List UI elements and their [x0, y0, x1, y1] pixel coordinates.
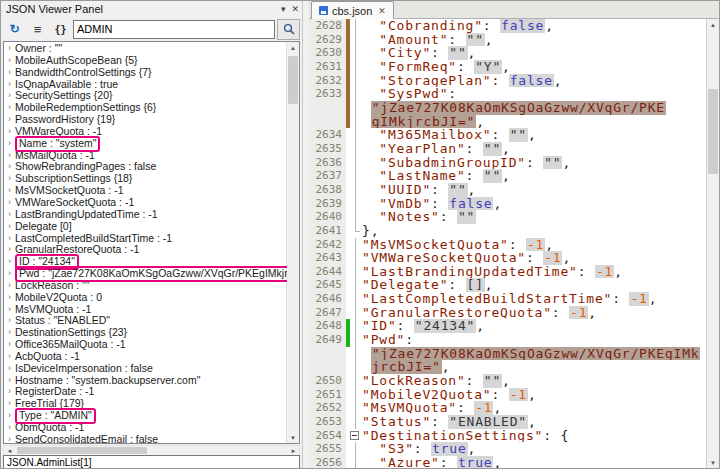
compress-button[interactable]: {}: [50, 19, 71, 40]
line-number: 2634: [309, 128, 346, 142]
code-text: "Azure": true,: [362, 456, 706, 468]
expand-arrow-icon[interactable]: ›: [4, 126, 15, 138]
expand-arrow-icon[interactable]: ›: [4, 304, 15, 316]
code-token: ,: [528, 388, 537, 402]
tab-cbs-json[interactable]: cbs.json ✕: [311, 1, 394, 19]
code-token: :: [431, 197, 448, 211]
refresh-button[interactable]: ↻: [4, 19, 25, 40]
fold-margin: [350, 306, 362, 320]
panel-close-icon[interactable]: ✕: [291, 4, 299, 14]
fold-margin: [350, 74, 362, 88]
scroll-thumb[interactable]: [17, 447, 147, 454]
panel-dropdown-icon[interactable]: ▾: [281, 4, 286, 14]
expand-arrow-icon[interactable]: ›: [4, 161, 15, 173]
expand-arrow-icon[interactable]: ›: [4, 434, 15, 443]
fold-toggle-icon[interactable]: [350, 429, 362, 443]
tree-item[interactable]: ›AcbQuota : -1: [4, 351, 287, 363]
code-token: },: [362, 224, 379, 238]
expand-arrow-icon[interactable]: ›: [4, 233, 15, 245]
code-line: 2636 "SubadminGroupID": "",: [309, 156, 706, 170]
code-token: ,: [588, 306, 597, 320]
code-line: 2642"MsVMSocketQuota": -1,: [309, 238, 706, 252]
expand-arrow-icon[interactable]: ›: [4, 410, 15, 422]
expand-arrow-icon[interactable]: ›: [4, 351, 15, 363]
code-line: 2641},: [309, 224, 706, 238]
tree-item[interactable]: ›Name : "system": [4, 138, 287, 150]
expand-arrow-icon[interactable]: ›: [4, 398, 15, 410]
line-number: 2640: [309, 210, 346, 224]
expand-arrow-icon[interactable]: ›: [4, 209, 15, 221]
scroll-up-icon[interactable]: ▲: [287, 42, 299, 53]
expand-arrow-icon[interactable]: ›: [4, 43, 15, 55]
scroll-left-icon[interactable]: ◄: [4, 446, 15, 455]
code-token: "SubadminGroupID": [379, 156, 526, 170]
search-button[interactable]: [277, 19, 300, 40]
tree-item[interactable]: ›Pwd : "jZae727K08KaOmKSgOaGzww/XVqGr/PK…: [4, 268, 287, 280]
expand-arrow-icon[interactable]: ›: [4, 256, 15, 268]
tree-item[interactable]: ›Delegate [0]: [4, 221, 287, 233]
expand-arrow-icon[interactable]: ›: [4, 67, 15, 79]
fold-margin: [350, 115, 362, 129]
scroll-down-icon[interactable]: ▼: [707, 457, 719, 468]
expand-arrow-icon[interactable]: ›: [4, 90, 15, 102]
tree-item-label: AcbQuota : -1: [15, 351, 80, 363]
expand-arrow-icon[interactable]: ›: [4, 55, 15, 67]
expand-arrow-icon[interactable]: ›: [4, 102, 15, 114]
line-number: 2637: [309, 169, 346, 183]
scroll-thumb[interactable]: [288, 56, 298, 104]
code-token: :: [466, 374, 483, 388]
tree-item[interactable]: ›Type : "ADMIN": [4, 410, 287, 422]
scroll-down-icon[interactable]: ▼: [287, 432, 299, 443]
fold-margin: [350, 415, 362, 429]
expand-arrow-icon[interactable]: ›: [4, 375, 15, 387]
tree-vertical-scrollbar[interactable]: ▲ ▼: [286, 42, 299, 443]
code-line: 2640 "Notes": "": [309, 210, 706, 224]
code-token: ,: [442, 360, 451, 374]
code-line: 2645"Delegate": [],: [309, 278, 706, 292]
tab-close-icon[interactable]: ✕: [378, 6, 386, 16]
tree-item[interactable]: ›BandwidthControlSettings {7}: [4, 67, 287, 79]
format-button[interactable]: ≡: [27, 19, 48, 40]
line-number: 2641: [309, 224, 346, 238]
tree-item[interactable]: ›IsDeviceImpersonation : false: [4, 363, 287, 375]
search-input[interactable]: [73, 20, 275, 39]
expand-arrow-icon[interactable]: ›: [4, 185, 15, 197]
scroll-right-icon[interactable]: ►: [288, 446, 299, 455]
expand-arrow-icon[interactable]: ›: [4, 221, 15, 233]
tree-item[interactable]: ›SendConsolidatedEmail : false: [4, 434, 287, 443]
expand-arrow-icon[interactable]: ›: [4, 244, 15, 256]
code-text: "S3": true,: [362, 442, 706, 456]
expand-arrow-icon[interactable]: ›: [4, 315, 15, 327]
expand-arrow-icon[interactable]: ›: [4, 292, 15, 304]
scroll-thumb[interactable]: [708, 89, 718, 174]
code-token: "": [448, 183, 467, 197]
code-token: "UUID": [379, 183, 431, 197]
fold-margin: [350, 210, 362, 224]
code-token: :: [431, 46, 448, 60]
tree-item[interactable]: ›LastBrandingUpdatedTime : -1: [4, 209, 287, 221]
code-editor[interactable]: 2628 "Cobranding": false,2629 "Amount": …: [309, 19, 706, 468]
expand-arrow-icon[interactable]: ›: [4, 79, 15, 91]
tree-item-label: IsDeviceImpersonation : false: [15, 363, 153, 375]
expand-arrow-icon[interactable]: ›: [4, 138, 15, 150]
expand-arrow-icon[interactable]: ›: [4, 114, 15, 126]
code-text: "jZae727K08KaOmKSgOaGzww/XVqGr/PKE: [362, 101, 706, 115]
code-text: "SubadminGroupID": "",: [362, 156, 706, 170]
expand-arrow-icon[interactable]: ›: [4, 268, 15, 280]
code-text: "LastBrandingUpdatedTime": -1,: [362, 265, 706, 279]
code-token: :: [431, 183, 448, 197]
expand-arrow-icon[interactable]: ›: [4, 363, 15, 375]
editor-vertical-scrollbar[interactable]: ▲ ▼: [706, 19, 719, 468]
expand-arrow-icon[interactable]: ›: [4, 339, 15, 351]
expand-arrow-icon[interactable]: ›: [4, 327, 15, 339]
node-path-input[interactable]: [3, 455, 300, 469]
expand-arrow-icon[interactable]: ›: [4, 150, 15, 162]
tree-item[interactable]: ›MobileAuthScopeBean {5}: [4, 55, 287, 67]
expand-arrow-icon[interactable]: ›: [4, 173, 15, 185]
tree-item[interactable]: ›MobileV2Quota : 0: [4, 292, 287, 304]
scroll-up-icon[interactable]: ▲: [707, 19, 719, 30]
expand-arrow-icon[interactable]: ›: [4, 386, 15, 398]
expand-arrow-icon[interactable]: ›: [4, 422, 15, 434]
expand-arrow-icon[interactable]: ›: [4, 280, 15, 292]
expand-arrow-icon[interactable]: ›: [4, 197, 15, 209]
